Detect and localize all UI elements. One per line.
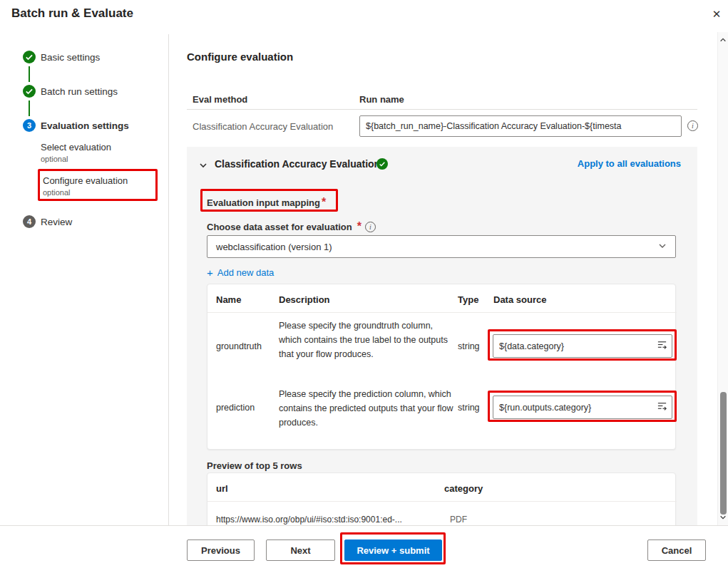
batch-run-evaluate-dialog: Batch run & Evaluate ✕ Basic settings Ba…	[0, 0, 728, 568]
step-number-icon: 3	[23, 119, 36, 132]
check-circle-icon	[376, 158, 388, 170]
evaluation-section-panel: Classification Accuracy Evaluation Apply…	[187, 147, 697, 525]
column-header-eval-method: Eval method	[193, 94, 247, 105]
substep-configure-evaluation[interactable]: Configure evaluation	[43, 175, 128, 186]
scrollbar-thumb[interactable]	[720, 392, 727, 515]
evaluation-input-mapping-label: Evaluation input mapping*	[207, 196, 326, 209]
plus-icon: +	[207, 267, 213, 279]
mapping-header-data-source: Data source	[493, 294, 546, 305]
preview-row-url: https://www.iso.org/obp/ui/#iso:std:iso:…	[216, 515, 402, 525]
preview-label: Preview of top 5 rows	[207, 460, 302, 471]
preview-header-url: url	[216, 483, 228, 494]
run-name-input[interactable]	[359, 115, 682, 137]
chevron-down-icon[interactable]	[199, 160, 207, 172]
data-asset-selected-value: webclassification (version 1)	[216, 242, 332, 252]
substep-select-evaluation-note: optional	[41, 155, 68, 163]
prediction-data-source-input[interactable]	[499, 403, 657, 413]
preview-table: url category https://www.iso.org/obp/ui/…	[207, 473, 676, 525]
stepper-connector	[29, 66, 30, 82]
apply-all-evaluations-link[interactable]: Apply to all evaluations	[578, 158, 681, 169]
step-number-icon: 4	[23, 215, 36, 228]
substep-configure-evaluation-note: optional	[43, 188, 71, 197]
step-complete-icon	[23, 85, 36, 98]
mapping-icon[interactable]	[657, 339, 667, 353]
footer-bar: Previous Next Review + submit Cancel	[0, 525, 728, 568]
mapping-row-description: Please specify the prediction column, wh…	[279, 387, 456, 430]
stepper-step-basic-settings[interactable]: Basic settings	[23, 51, 100, 63]
sidebar-divider	[168, 34, 169, 525]
mapping-header-type: Type	[458, 294, 478, 305]
input-mapping-table: Name Description Type Data source ground…	[207, 284, 676, 450]
page-title: Configure evaluation	[187, 51, 293, 63]
mapping-header-name: Name	[216, 294, 241, 305]
info-icon[interactable]: i	[365, 222, 376, 232]
groundtruth-data-source-field[interactable]	[493, 334, 672, 358]
substep-select-evaluation[interactable]: Select evaluation	[41, 142, 111, 153]
table-header-rule	[207, 501, 677, 502]
prediction-data-source-field[interactable]	[493, 396, 672, 419]
input-mapping-text: Evaluation input mapping	[207, 197, 320, 208]
data-asset-dropdown[interactable]: webclassification (version 1)	[207, 235, 676, 258]
dialog-title: Batch run & Evaluate	[11, 6, 133, 21]
mapping-header-description: Description	[279, 294, 330, 305]
next-button[interactable]: Next	[266, 539, 335, 561]
stepper-connector	[29, 100, 30, 116]
step-label-basic-settings: Basic settings	[41, 52, 100, 63]
data-asset-label: Choose data asset for evaluation	[207, 222, 352, 232]
add-new-data-link[interactable]: + Add new data	[207, 267, 274, 279]
step-label-review: Review	[41, 217, 72, 227]
groundtruth-data-source-input[interactable]	[499, 341, 657, 351]
scroll-up-icon[interactable]	[718, 33, 728, 46]
evaluation-section-title[interactable]: Classification Accuracy Evaluation	[215, 158, 380, 170]
add-new-data-label: Add new data	[217, 267, 275, 278]
stepper-step-review[interactable]: 4 Review	[23, 215, 72, 228]
info-icon[interactable]: i	[687, 120, 698, 131]
preview-row-category: PDF	[450, 515, 467, 525]
stepper-step-evaluation-settings[interactable]: 3 Evaluation settings	[23, 119, 129, 132]
mapping-row-type: string	[458, 341, 480, 351]
required-asterisk: *	[322, 196, 326, 208]
vertical-scrollbar[interactable]	[717, 32, 728, 525]
required-asterisk: *	[357, 220, 362, 233]
mapping-row-type: string	[458, 403, 480, 413]
header-rule	[187, 109, 697, 110]
cancel-button[interactable]: Cancel	[647, 539, 706, 561]
previous-button[interactable]: Previous	[187, 539, 255, 561]
step-complete-icon	[23, 51, 36, 63]
mapping-row-name: groundtruth	[216, 341, 262, 351]
chevron-down-icon	[658, 242, 667, 252]
preview-header-category: category	[444, 483, 483, 494]
data-asset-label-row: Choose data asset for evaluation* i	[207, 220, 376, 233]
scroll-down-icon[interactable]	[718, 511, 728, 524]
table-header-rule	[207, 312, 677, 313]
mapping-row-description: Please specify the groundtruth column, w…	[279, 319, 456, 361]
close-icon[interactable]: ✕	[707, 5, 726, 24]
mapping-icon[interactable]	[657, 401, 667, 414]
review-submit-button[interactable]: Review + submit	[344, 539, 442, 561]
step-label-evaluation-settings: Evaluation settings	[41, 120, 129, 131]
mapping-row-name: prediction	[216, 403, 255, 413]
stepper-step-batch-run-settings[interactable]: Batch run settings	[23, 85, 118, 98]
column-header-run-name: Run name	[359, 94, 404, 105]
step-label-batch-run-settings: Batch run settings	[41, 86, 118, 97]
eval-method-value: Classification Accuracy Evaluation	[193, 121, 333, 132]
